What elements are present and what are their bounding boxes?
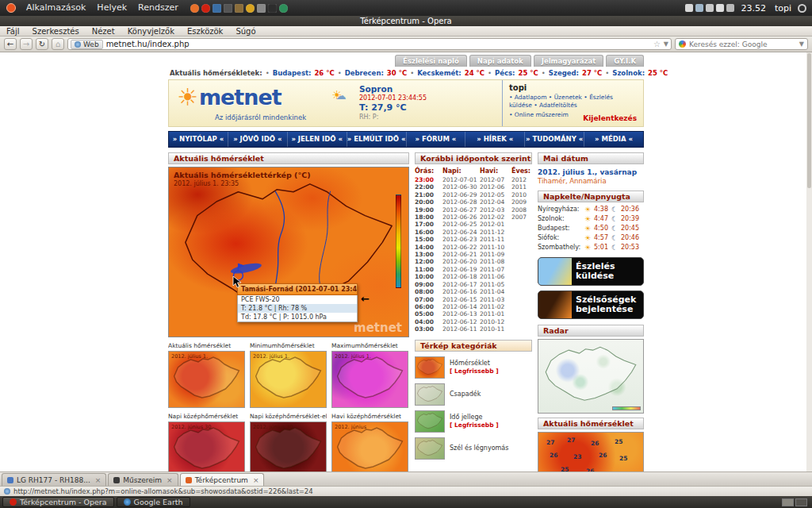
list-hour[interactable]: 04:00: [415, 318, 442, 325]
taskbar-window[interactable]: Google Earth: [117, 497, 190, 507]
list-hour[interactable]: 23:00: [415, 176, 442, 183]
list-hour[interactable]: 03:00: [415, 325, 442, 333]
list-month[interactable]: 2011-05: [480, 281, 511, 288]
tab-close-icon[interactable]: ×: [167, 476, 173, 484]
list-month[interactable]: 2011-10: [480, 244, 511, 251]
menu-item[interactable]: Nézet: [86, 26, 121, 36]
list-day[interactable]: 2012-06-22: [442, 244, 480, 251]
thumb-label[interactable]: Napi középhőmérséklet: [168, 413, 245, 420]
map-category[interactable]: Csapadék: [415, 383, 532, 406]
list-month[interactable]: 2011-11: [480, 236, 511, 243]
quick-tab[interactable]: Észlelési napló: [395, 55, 467, 67]
list-year[interactable]: 2010: [511, 191, 532, 198]
nav-item[interactable]: » ELMÚLT IDŐ «: [347, 132, 407, 147]
page-scrollbar[interactable]: [806, 52, 812, 471]
list-year[interactable]: 2009: [511, 198, 532, 206]
window-titlebar[interactable]: Térképcentrum - Opera: [0, 16, 812, 26]
nav-item[interactable]: » TUDOMÁNY «: [525, 132, 584, 147]
thumb-label[interactable]: Napi középhőmérséklet-eltérés: [250, 413, 327, 420]
taskbar-window[interactable]: Térképcentrum - Opera: [2, 497, 114, 507]
ticker-city[interactable]: Szolnok:: [612, 69, 645, 77]
list-year[interactable]: 2011: [511, 183, 532, 190]
ubuntu-logo-icon[interactable]: [6, 3, 16, 13]
browser-tab[interactable]: LG RH177 - RH188...×: [2, 473, 106, 486]
thumb-label[interactable]: Havi középhőmérséklet: [331, 413, 408, 420]
quick-tab[interactable]: GY.I.K: [606, 55, 644, 67]
list-hour[interactable]: 19:00: [415, 206, 442, 214]
latest-badge[interactable]: [ Legfrissebb ]: [450, 368, 499, 375]
system-menu[interactable]: Alkalmazások: [21, 0, 91, 16]
list-hour[interactable]: 22:00: [415, 183, 442, 190]
update-icon[interactable]: [246, 4, 255, 13]
map-category-label[interactable]: Hőmérséklet: [450, 360, 499, 368]
list-hour[interactable]: 14:00: [415, 244, 442, 251]
security-badge[interactable]: Web: [71, 40, 103, 49]
nav-item[interactable]: » FÓRUM «: [407, 132, 466, 147]
list-day[interactable]: 2012-06-29: [442, 191, 480, 198]
forward-button[interactable]: →: [20, 38, 33, 50]
ticker-city[interactable]: Kecskemét:: [417, 69, 462, 77]
list-day[interactable]: 2012-06-27: [442, 206, 480, 214]
clock[interactable]: 23.52: [738, 3, 768, 13]
user-links-line1[interactable]: • Adatlapom • Üzenetek • Észlelés küldés…: [509, 94, 637, 110]
current-temperature-map[interactable]: 27272625262326252526 metnet: [538, 432, 644, 471]
workspace-switcher[interactable]: [782, 498, 810, 506]
list-day[interactable]: 2012-06-16: [442, 288, 480, 295]
list-month[interactable]: 2011-08: [480, 258, 511, 265]
list-hour[interactable]: 11:00: [415, 266, 442, 273]
nav-item[interactable]: » JELEN IDŐ «: [288, 132, 347, 147]
bluetooth-icon[interactable]: [695, 4, 703, 12]
home-button[interactable]: ⌂: [52, 38, 64, 50]
list-hour[interactable]: 06:00: [415, 303, 442, 310]
list-hour[interactable]: 10:00: [415, 273, 442, 280]
workspace-2[interactable]: [795, 498, 807, 506]
menu-item[interactable]: Súgó: [229, 26, 262, 36]
volume-icon[interactable]: [716, 4, 724, 12]
tab-close-icon[interactable]: ×: [253, 476, 259, 484]
list-month[interactable]: 2011-04: [480, 288, 511, 295]
thumb-map[interactable]: 2012. június 30.: [168, 421, 245, 471]
url-text[interactable]: metnet.hu/index.php: [106, 40, 190, 48]
thumb-map[interactable]: 2012. június: [331, 421, 408, 471]
map-category[interactable]: Idő jellege[ Legfrissebb ]: [415, 410, 532, 433]
list-month[interactable]: 2011-12: [480, 229, 511, 236]
report-observation-button[interactable]: Észlelés küldése: [538, 257, 644, 286]
list-day[interactable]: 2012-06-18: [442, 273, 480, 280]
map-category-label[interactable]: Csapadék: [450, 391, 481, 398]
list-hour[interactable]: 21:00: [415, 191, 442, 198]
list-hour[interactable]: 15:00: [415, 236, 442, 243]
nav-item[interactable]: » JÖVŐ IDŐ «: [228, 132, 288, 147]
list-day[interactable]: 2012-06-14: [442, 303, 480, 310]
list-day[interactable]: 2012-06-26: [442, 214, 480, 221]
list-year[interactable]: 2008: [511, 206, 532, 214]
list-day[interactable]: 2012-06-13: [442, 310, 480, 318]
system-menu[interactable]: Rendszer: [132, 0, 184, 16]
station-widget[interactable]: Sopron 2012-07-01 23:44:55 T: 27,9 °C RH…: [359, 84, 427, 121]
thumb-label[interactable]: Aktuális hőmérséklet: [168, 342, 245, 349]
list-hour[interactable]: 12:00: [415, 258, 442, 265]
list-day[interactable]: 2012-06-12: [442, 318, 480, 325]
list-hour[interactable]: 17:00: [415, 221, 442, 228]
menu-item[interactable]: Szerkesztés: [26, 26, 86, 36]
list-hour[interactable]: 20:00: [415, 198, 442, 206]
list-hour[interactable]: 13:00: [415, 251, 442, 258]
temperature-map[interactable]: Aktuális hőmérséklettérkép (°C) 2012. jú…: [168, 167, 409, 337]
monitor-icon[interactable]: [224, 4, 232, 13]
workspace-1[interactable]: [782, 498, 794, 506]
list-month[interactable]: 2012-06: [480, 183, 511, 190]
url-dropdown-icon[interactable]: ▼: [664, 40, 668, 48]
nav-item[interactable]: » HÍREK «: [465, 132, 525, 147]
list-hour[interactable]: 09:00: [415, 281, 442, 288]
list-day[interactable]: 2012-06-24: [442, 229, 480, 236]
terminal-icon[interactable]: [268, 4, 277, 13]
thumb-map[interactable]: 2012. július 1.: [168, 351, 245, 408]
list-month[interactable]: 2011-03: [480, 296, 511, 303]
list-month[interactable]: 2011-07: [480, 266, 511, 273]
list-hour[interactable]: 18:00: [415, 214, 442, 221]
mail-app-icon[interactable]: [213, 4, 221, 13]
list-hour[interactable]: 05:00: [415, 310, 442, 318]
list-day[interactable]: 2012-07-01: [442, 176, 480, 183]
ticker-city[interactable]: Debrecen:: [345, 69, 384, 77]
map-category[interactable]: Hőmérséklet[ Legfrissebb ]: [415, 356, 532, 379]
earth-app-icon[interactable]: [279, 4, 288, 13]
